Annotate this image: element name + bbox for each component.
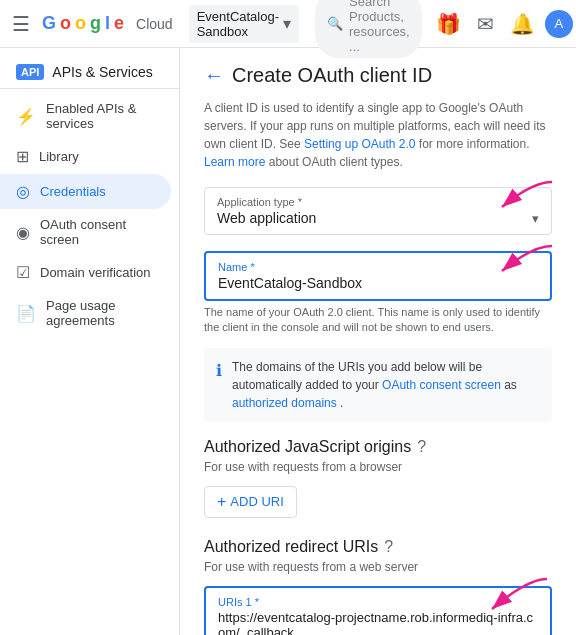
info-icon: ℹ	[216, 359, 222, 412]
search-label: Search Products, resources, ...	[349, 0, 410, 54]
layout: API APIs & Services ⚡ Enabled APIs & ser…	[0, 48, 576, 635]
info-text: The domains of the URIs you add below wi…	[232, 358, 540, 412]
bell-icon[interactable]: 🔔	[504, 6, 541, 42]
js-origins-help-icon[interactable]: ?	[417, 438, 426, 456]
plus-icon: +	[217, 493, 226, 511]
chevron-down-icon: ▾	[283, 14, 291, 33]
redirect-uris-desc: For use with requests from a web server	[204, 560, 552, 574]
cloud-label: Cloud	[136, 16, 173, 32]
uris-label: URIs 1 *	[218, 596, 538, 608]
uris-field[interactable]: URIs 1 * https://eventcatalog-projectnam…	[204, 586, 552, 635]
chevron-down-icon: ▾	[532, 211, 539, 226]
name-container: Name * EventCatalog-Sandbox	[204, 251, 552, 301]
topbar: ☰ Google Cloud EventCatalog-Sandbox ▾ 🔍 …	[0, 0, 576, 48]
search-icon: 🔍	[327, 16, 343, 31]
sidebar-item-label: Domain verification	[40, 265, 151, 280]
js-origins-desc: For use with requests from a browser	[204, 460, 552, 474]
credentials-icon: ◎	[16, 182, 30, 201]
oauth-consent-screen-link[interactable]: OAuth consent screen	[382, 378, 501, 392]
app-type-field[interactable]: Application type * Web application ▾	[204, 187, 552, 235]
desc-suffix: about OAuth client types.	[269, 155, 403, 169]
sidebar-item-library[interactable]: ⊞ Library	[0, 139, 171, 174]
app-type-label: Application type *	[217, 196, 539, 208]
add-uri-label: ADD URI	[230, 494, 283, 509]
learn-more-link[interactable]: Learn more	[204, 155, 265, 169]
gift-icon[interactable]: 🎁	[430, 6, 467, 42]
avatar[interactable]: A	[545, 10, 573, 38]
name-field[interactable]: Name * EventCatalog-Sandbox	[204, 251, 552, 301]
desc-mid: for more information.	[419, 137, 530, 151]
add-js-uri-button[interactable]: + ADD URI	[204, 486, 297, 518]
sidebar-item-oauth-consent[interactable]: ◉ OAuth consent screen	[0, 209, 171, 255]
redirect-uris-section: Authorized redirect URIs ? For use with …	[204, 538, 552, 635]
js-origins-title: Authorized JavaScript origins	[204, 438, 411, 456]
setting-up-oauth-link[interactable]: Setting up OAuth 2.0	[304, 137, 415, 151]
app-type-container: Application type * Web application ▾	[204, 187, 552, 235]
api-badge: API	[16, 64, 44, 80]
name-label: Name *	[218, 261, 538, 273]
description-text: A client ID is used to identify a single…	[204, 99, 552, 171]
uris-container: URIs 1 * https://eventcatalog-projectnam…	[204, 586, 552, 635]
project-selector[interactable]: EventCatalog-Sandbox ▾	[189, 5, 299, 43]
sidebar-item-domain-verification[interactable]: ☑ Domain verification	[0, 255, 171, 290]
sidebar-item-enabled-apis[interactable]: ⚡ Enabled APIs & services	[0, 93, 171, 139]
authorized-domains-link[interactable]: authorized domains	[232, 396, 337, 410]
uris-value: https://eventcatalog-projectname.rob.inf…	[218, 610, 538, 635]
js-origins-header: Authorized JavaScript origins ?	[204, 438, 552, 456]
page-usage-icon: 📄	[16, 304, 36, 323]
sidebar-item-label: OAuth consent screen	[40, 217, 155, 247]
app-type-value: Web application	[217, 210, 316, 226]
enabled-apis-icon: ⚡	[16, 107, 36, 126]
google-logo: Google	[42, 13, 124, 34]
redirect-uris-header: Authorized redirect URIs ?	[204, 538, 552, 556]
domain-icon: ☑	[16, 263, 30, 282]
library-icon: ⊞	[16, 147, 29, 166]
back-button[interactable]: ←	[204, 64, 224, 87]
project-name: EventCatalog-Sandbox	[197, 9, 279, 39]
topbar-actions: 🎁 ✉ 🔔 A	[430, 6, 573, 42]
page-header: ← Create OAuth client ID	[204, 64, 552, 87]
info-box: ℹ The domains of the URIs you add below …	[204, 348, 552, 422]
page-title: Create OAuth client ID	[232, 64, 432, 87]
sidebar-item-credentials[interactable]: ◎ Credentials	[0, 174, 171, 209]
oauth-icon: ◉	[16, 223, 30, 242]
name-hint: The name of your OAuth 2.0 client. This …	[204, 305, 552, 336]
main-content: ← Create OAuth client ID A client ID is …	[180, 48, 576, 635]
sidebar-item-label: Enabled APIs & services	[46, 101, 155, 131]
sidebar-item-label: Credentials	[40, 184, 106, 199]
sidebar-header: API APIs & Services	[0, 56, 179, 89]
app-type-select[interactable]: Web application ▾	[217, 210, 539, 226]
email-icon[interactable]: ✉	[471, 6, 500, 42]
sidebar-item-label: Page usage agreements	[46, 298, 155, 328]
redirect-uris-help-icon[interactable]: ?	[384, 538, 393, 556]
sidebar-item-page-usage[interactable]: 📄 Page usage agreements	[0, 290, 171, 336]
sidebar-item-label: Library	[39, 149, 79, 164]
js-origins-section: Authorized JavaScript origins ? For use …	[204, 438, 552, 518]
sidebar: API APIs & Services ⚡ Enabled APIs & ser…	[0, 48, 180, 635]
name-value: EventCatalog-Sandbox	[218, 275, 538, 291]
menu-icon[interactable]: ☰	[8, 8, 34, 40]
sidebar-title: APIs & Services	[52, 64, 152, 80]
redirect-uris-title: Authorized redirect URIs	[204, 538, 378, 556]
